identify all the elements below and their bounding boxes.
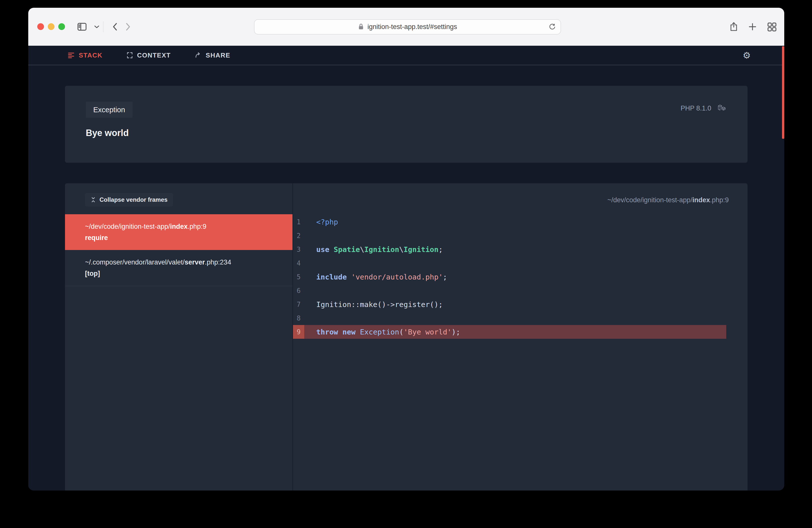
- zoom-window-button[interactable]: [58, 23, 65, 30]
- stack-trace-section: Collapse vendor frames ~/dev/code/igniti…: [65, 183, 748, 490]
- tab-overview-icon[interactable]: [767, 22, 777, 32]
- line-number: 7: [293, 297, 304, 311]
- close-window-button[interactable]: [37, 23, 44, 30]
- code-snippet-pane: ~/dev/code/ignition-test-app/index.php:9…: [293, 183, 748, 490]
- frame-path: ~/dev/code/ignition-test-app/index.php:9: [85, 223, 292, 231]
- browser-toolbar: ignition-test-app.test/#settings: [28, 8, 784, 46]
- browser-window: ignition-test-app.test/#settings: [28, 8, 784, 490]
- exception-card: Exception Bye world PHP 8.1.0: [65, 86, 748, 163]
- code-line-6: 6: [293, 284, 748, 297]
- code-text: [304, 284, 316, 297]
- toolbar-right-icons: [729, 8, 777, 46]
- code-line-7: 7Ignition::make()->register();: [293, 297, 748, 311]
- page-scrollbar-thumb[interactable]: [782, 46, 784, 139]
- toolbar-left-icons: [77, 21, 131, 32]
- line-number: 2: [293, 229, 304, 243]
- frame-method: [top]: [85, 270, 292, 278]
- code-text: [304, 229, 316, 243]
- stack-icon: [68, 52, 75, 59]
- code-text: throw new Exception('Bye world');: [304, 325, 726, 339]
- exception-message: Bye world: [86, 128, 726, 138]
- tab-context[interactable]: CONTEXT: [126, 52, 171, 59]
- tab-context-label: CONTEXT: [137, 52, 171, 59]
- page-content: Exception Bye world PHP 8.1.0: [28, 65, 784, 490]
- code-line-9: 9throw new Exception('Bye world');: [293, 325, 726, 339]
- line-number: 8: [293, 311, 304, 325]
- frame-method: require: [85, 234, 292, 242]
- back-button-icon[interactable]: [112, 22, 118, 32]
- share-arrow-icon: [194, 52, 202, 59]
- address-bar[interactable]: ignition-test-app.test/#settings: [254, 19, 561, 34]
- line-number: 4: [293, 256, 304, 270]
- tab-share-label: SHARE: [206, 52, 231, 59]
- minimize-window-button[interactable]: [48, 23, 55, 30]
- code-line-2: 2: [293, 229, 748, 243]
- php-version-badge: PHP 8.1.0: [681, 104, 726, 113]
- code-line-5: 5include 'vendor/autoload.php';: [293, 270, 748, 284]
- traffic-lights: [37, 23, 65, 30]
- line-number: 5: [293, 270, 304, 284]
- reload-icon[interactable]: [549, 22, 556, 32]
- line-number: 6: [293, 284, 304, 297]
- code-line-1: 1<?php: [293, 215, 748, 229]
- code-text: Ignition::make()->register();: [304, 297, 443, 311]
- forward-button-icon[interactable]: [125, 22, 131, 32]
- line-number: 3: [293, 243, 304, 256]
- stack-frames-pane: Collapse vendor frames ~/dev/code/igniti…: [65, 183, 293, 490]
- code-text: [304, 311, 316, 325]
- tab-share[interactable]: SHARE: [194, 52, 231, 59]
- code-text: include 'vendor/autoload.php';: [304, 270, 447, 284]
- code-line-3: 3use Spatie\Ignition\Ignition;: [293, 243, 748, 256]
- code-text: use Spatie\Ignition\Ignition;: [304, 243, 443, 256]
- chevron-down-icon[interactable]: [94, 25, 100, 29]
- lock-icon: [358, 23, 364, 31]
- line-number: 1: [293, 215, 304, 229]
- code-text: <?php: [304, 215, 338, 229]
- tab-stack-label: STACK: [79, 52, 102, 59]
- stack-frame-active[interactable]: ~/dev/code/ignition-test-app/index.php:9…: [65, 214, 292, 250]
- code-file-path: ~/dev/code/ignition-test-app/index.php:9: [293, 183, 748, 204]
- url-text: ignition-test-app.test/#settings: [367, 23, 457, 31]
- sidebar-toggle-icon[interactable]: [77, 23, 87, 31]
- exception-type-badge: Exception: [86, 102, 132, 118]
- context-icon: [126, 52, 133, 59]
- new-tab-icon[interactable]: [748, 22, 757, 31]
- toolbar-divider: [103, 21, 103, 32]
- frame-path: ~/.composer/vendor/laravel/valet/server.…: [85, 259, 292, 266]
- share-icon[interactable]: [729, 21, 738, 32]
- ignition-navbar: STACK CONTEXT SHARE ⚙: [28, 46, 784, 65]
- stack-frame-vendor[interactable]: ~/.composer/vendor/laravel/valet/server.…: [65, 250, 292, 286]
- tab-stack[interactable]: STACK: [68, 52, 102, 59]
- line-number: 9: [293, 325, 304, 339]
- collapse-icon: [90, 197, 96, 203]
- collapse-vendor-frames-button[interactable]: Collapse vendor frames: [85, 193, 173, 206]
- php-version-text: PHP 8.1.0: [681, 104, 711, 112]
- code-text: [304, 256, 316, 270]
- code-lines: 1<?php23use Spatie\Ignition\Ignition;45i…: [293, 215, 748, 339]
- code-line-8: 8: [293, 311, 748, 325]
- settings-gear-icon[interactable]: ⚙: [743, 46, 751, 65]
- code-line-4: 4: [293, 256, 748, 270]
- laravel-icon: [717, 104, 726, 113]
- collapse-button-label: Collapse vendor frames: [100, 196, 168, 203]
